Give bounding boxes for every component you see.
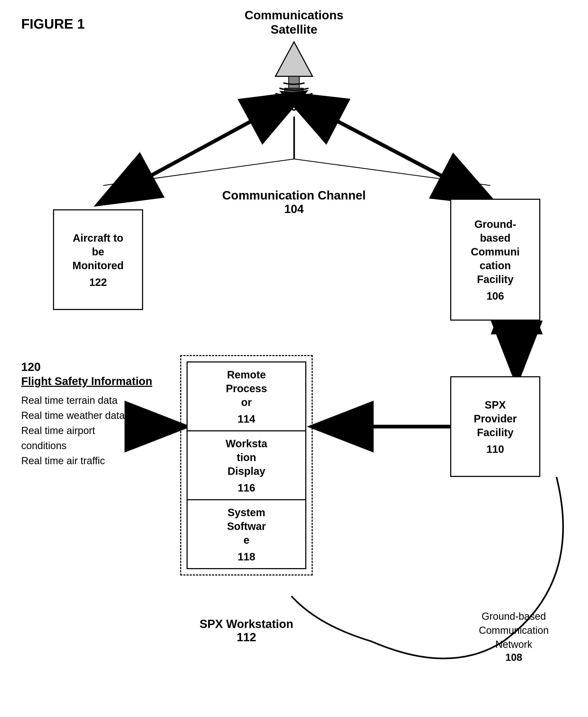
spx-workstation-id: 112	[180, 631, 313, 644]
svg-line-15	[103, 159, 294, 186]
system-software-title: SystemSoftware	[227, 506, 266, 547]
flight-safety-item-2: Real time weather data	[21, 408, 154, 423]
svg-line-16	[294, 159, 490, 186]
remote-process-id: 114	[238, 413, 255, 425]
satellite-container: CommunicationsSatellite 102	[245, 8, 343, 113]
system-software-box: SystemSoftware 118	[187, 500, 306, 569]
ground-network-text: Ground-basedCommunicationNetwork	[461, 609, 567, 652]
spx-workstation-container: RemoteProcessor 114 WorkstationDisplay 1…	[180, 355, 313, 575]
svg-marker-0	[276, 42, 313, 76]
flight-safety-item-3: Real time airportconditions	[21, 423, 154, 454]
ground-facility-title: Ground-basedCommunicationFacility	[471, 217, 520, 286]
figure-label: FIGURE 1	[21, 16, 85, 32]
comm-channel: Communication Channel 104	[222, 188, 366, 216]
aircraft-id: 122	[89, 276, 107, 288]
flight-safety-section: 120 Flight Safety Information Real time …	[21, 360, 154, 468]
satellite-icon	[265, 39, 323, 98]
system-software-id: 118	[238, 551, 255, 563]
aircraft-box: Aircraft tobeMonitored 122	[53, 209, 143, 310]
remote-process-title: RemoteProcessor	[226, 368, 267, 409]
ground-facility-id: 106	[486, 290, 504, 302]
flight-safety-item-4: Real time air traffic	[21, 454, 154, 468]
remote-process-box: RemoteProcessor 114	[187, 361, 306, 431]
workstation-display-title: WorkstationDisplay	[226, 437, 267, 478]
ground-network-id: 108	[461, 652, 567, 663]
workstation-display-box: WorkstationDisplay 116	[187, 431, 306, 500]
satellite-id: 102	[284, 100, 304, 113]
comm-channel-label: Communication Channel	[222, 188, 366, 203]
ground-facility-box: Ground-basedCommunicationFacility 106	[450, 199, 540, 321]
flight-safety-item-1: Real time terrain data	[21, 393, 154, 408]
spx-workstation-label: SPX Workstation 112	[180, 617, 313, 644]
spx-workstation-title: SPX Workstation	[180, 617, 313, 631]
flight-safety-id: 120	[21, 360, 154, 374]
flight-safety-title: Flight Safety Information	[21, 375, 154, 388]
satellite-label: CommunicationsSatellite	[245, 8, 343, 37]
spx-provider-title: SPXProviderFacility	[474, 398, 517, 439]
aircraft-title: Aircraft tobeMonitored	[72, 231, 124, 272]
ground-network-label: Ground-basedCommunicationNetwork 108	[461, 609, 567, 663]
spx-provider-box: SPXProviderFacility 110	[450, 376, 540, 477]
spx-provider-id: 110	[486, 443, 504, 455]
workstation-display-id: 116	[238, 482, 255, 494]
svg-rect-1	[289, 76, 299, 89]
comm-channel-id: 104	[222, 203, 366, 216]
